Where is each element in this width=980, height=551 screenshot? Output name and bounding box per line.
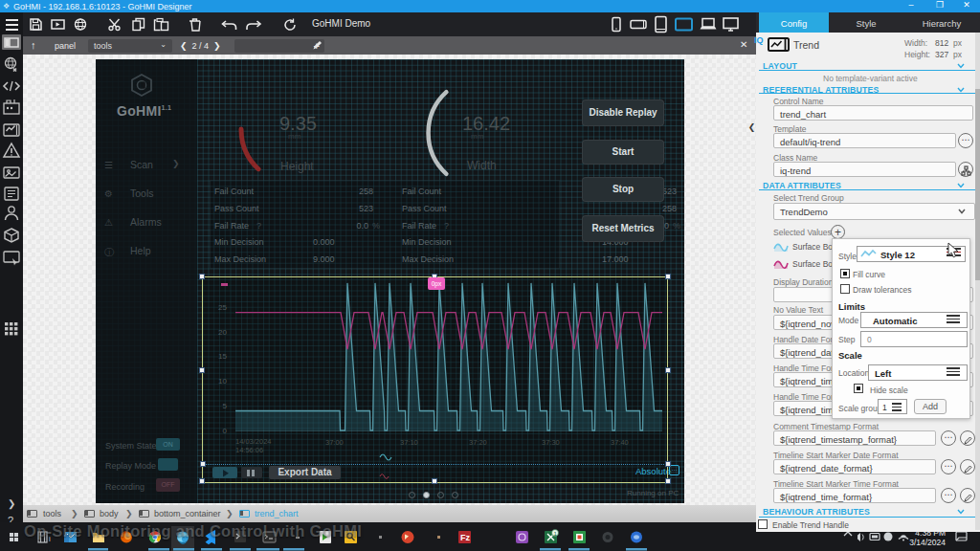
svg-text:Fz: Fz [460,533,470,542]
